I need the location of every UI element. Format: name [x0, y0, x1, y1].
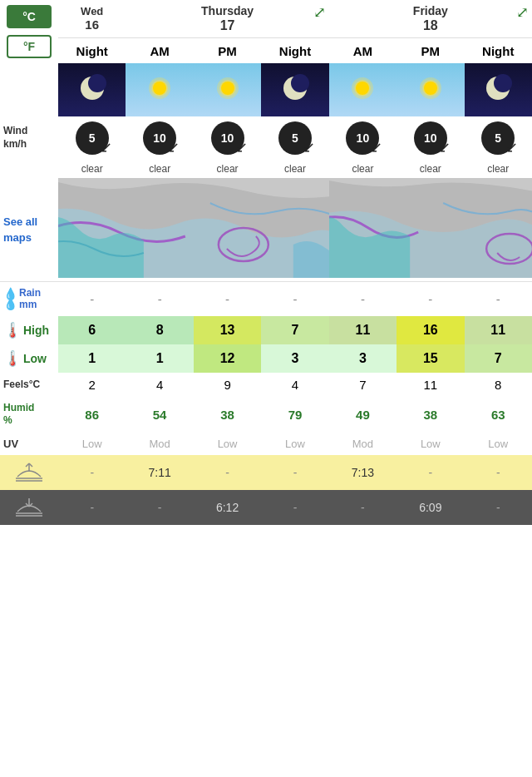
rain-label-cell: 💧 💧 Rainmm [0, 282, 58, 316]
high-label: High [23, 324, 49, 337]
condition-row: clear clear clear clear clear clear clea… [0, 160, 532, 178]
rain-row: 💧 💧 Rainmm - - - - - - - [0, 282, 532, 316]
sunset-fri-am: - [329, 490, 397, 525]
humidity-fri-night: 63 [465, 397, 532, 433]
thermometer-high-icon: 🌡️ [3, 321, 22, 339]
condition-fri-am: clear [329, 160, 397, 178]
svg-point-4 [153, 82, 166, 95]
sky-wed-night [58, 63, 126, 116]
period-thu-pm: PM [194, 38, 261, 63]
period-fri-am: AM [329, 38, 397, 63]
see-all-maps-link[interactable]: See allmaps [3, 215, 37, 244]
wind-fri-night: 5 ↙ [465, 116, 532, 160]
moon-icon-wed [74, 70, 111, 106]
fahrenheit-button[interactable]: °F [7, 35, 52, 58]
sunrise-thu-pm: - [194, 455, 261, 490]
sunset-icon [14, 495, 44, 517]
feels-thu-pm: 9 [194, 373, 261, 397]
high-temp-row: 🌡️ High 6 8 13 7 11 16 11 [0, 316, 532, 344]
fri-day-label: Friday [413, 4, 448, 17]
sky-thu-pm [194, 63, 261, 116]
low-thu-pm: 12 [194, 344, 261, 373]
sky-thu-night [261, 63, 328, 116]
sun-icon-fri-am [344, 70, 381, 106]
thu-weather-map [58, 178, 329, 278]
sun-icon-thu-pm [209, 70, 246, 106]
thu-map-cell[interactable] [58, 178, 329, 282]
wind-arrow-fri-night: ↙ [505, 138, 518, 156]
humidity-wed-night: 86 [58, 397, 126, 433]
wind-row: Windkm/h 5 ↙ 10 ↙ 10 ↙ [0, 116, 532, 160]
sun-icon-fri-pm [412, 70, 449, 106]
sun-icon-thu-am [141, 70, 178, 106]
unit-cell: °C °F [0, 0, 58, 63]
uv-fri-night: Low [465, 433, 532, 455]
fri-map-cell[interactable] [329, 178, 532, 282]
sunrise-fri-pm: - [397, 455, 464, 490]
sunrise-fri-night: - [465, 455, 532, 490]
svg-point-1 [88, 74, 106, 92]
wind-arrow-fri-pm: ↙ [438, 138, 451, 156]
wind-fri-pm: 10 ↙ [397, 116, 464, 160]
condition-fri-night: clear [465, 160, 532, 178]
sunset-thu-pm: 6:12 [194, 490, 261, 525]
feels-row: Feels°C 2 4 9 4 7 11 8 [0, 373, 532, 397]
wind-fri-am: 10 ↙ [329, 116, 397, 160]
sky-icon-row [0, 63, 532, 116]
wind-thu-pm: 10 ↙ [194, 116, 261, 160]
condition-thu-pm: clear [194, 160, 261, 178]
rain-thu-night: - [261, 282, 328, 316]
rain-thu-pm: - [194, 282, 261, 316]
sunset-fri-pm: 6:09 [397, 490, 464, 525]
wind-thu-night: 5 ↙ [261, 116, 328, 160]
humidity-row: Humid% 86 54 38 79 49 38 63 [0, 397, 532, 433]
thu-date-label: 17 [220, 18, 235, 32]
condition-wed-night: clear [58, 160, 126, 178]
sunset-row: - - 6:12 - - 6:09 - [0, 490, 532, 525]
thermometer-low-icon: 🌡️ [3, 349, 22, 368]
humidity-label: Humid% [0, 397, 58, 433]
sunrise-wed-night: - [58, 455, 126, 490]
uv-fri-am: Mod [329, 433, 397, 455]
wind-label: Windkm/h [0, 116, 58, 160]
uv-thu-pm: Low [194, 433, 261, 455]
uv-row: UV Low Mod Low Low Mod Low Low [0, 433, 532, 455]
sky-fri-night [465, 63, 532, 116]
sunrise-thu-am: 7:11 [126, 455, 193, 490]
period-row: Night AM PM Night AM PM Night [0, 38, 532, 63]
thu-expand-icon[interactable]: ⤢ [313, 3, 326, 22]
svg-point-7 [221, 82, 234, 95]
wind-thu-am: 10 ↙ [126, 116, 193, 160]
high-thu-night: 7 [261, 316, 328, 344]
label-sky [0, 63, 58, 116]
wed-date-label: 16 [58, 17, 126, 32]
svg-point-12 [356, 82, 369, 95]
low-label: Low [23, 352, 47, 365]
sunset-fri-night: - [465, 490, 532, 525]
see-all-maps-label[interactable]: See allmaps [0, 178, 58, 282]
feels-fri-night: 8 [465, 373, 532, 397]
sunset-wed-night: - [58, 490, 126, 525]
moon-icon-thu [277, 70, 313, 106]
condition-thu-night: clear [261, 160, 328, 178]
fri-expand-icon[interactable]: ⤢ [516, 3, 529, 22]
feels-wed-night: 2 [58, 373, 126, 397]
high-label-cell: 🌡️ High [0, 316, 58, 344]
humidity-fri-pm: 38 [397, 397, 464, 433]
uv-wed-night: Low [58, 433, 126, 455]
period-thu-night: Night [261, 38, 328, 63]
rain-label: Rainmm [19, 287, 41, 311]
wind-wed-night: 5 ↙ [58, 116, 126, 160]
fri-weather-map [329, 178, 532, 278]
wind-arrow-thu-pm: ↙ [235, 138, 248, 156]
wind-arrow-thu-night: ↙ [303, 138, 315, 156]
sunrise-thu-night: - [261, 455, 328, 490]
high-thu-am: 8 [126, 316, 193, 344]
rain-fri-am: - [329, 282, 397, 316]
sunrise-icon-cell [0, 455, 58, 490]
high-thu-pm: 13 [194, 316, 261, 344]
celsius-button[interactable]: °C [7, 5, 52, 28]
condition-thu-am: clear [126, 160, 193, 178]
wind-arrow-fri-am: ↙ [370, 138, 382, 156]
low-thu-night: 3 [261, 344, 328, 373]
